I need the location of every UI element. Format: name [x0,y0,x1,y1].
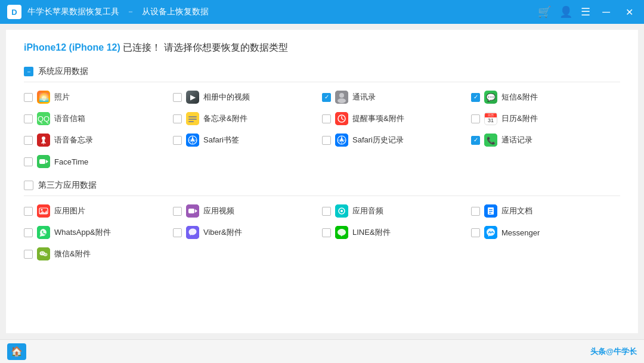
label-photos: 照片 [54,92,70,103]
icon-viber [186,226,199,239]
section-thirdparty: 第三方应用数据 应用图片 [24,180,620,260]
item-facetime: FaceTime [24,155,173,168]
system-section-checkbox[interactable]: － [24,67,33,76]
item-app-video: 应用视频 [173,204,322,218]
icon-app-photo [37,204,50,218]
icon-safari-bookmark [186,134,199,147]
item-viber: Viber&附件 [173,226,322,239]
icon-wechat [37,247,50,260]
svg-point-1 [339,93,344,98]
icon-contacts [335,91,348,104]
svg-rect-16 [41,142,46,144]
checkbox-contacts[interactable] [322,93,331,102]
svg-rect-8 [188,121,194,122]
thirdparty-section-checkbox[interactable] [24,181,33,190]
icon-app-audio [335,204,348,218]
window-controls: 🛒 👤 ☰ ─ ✕ [538,5,637,19]
item-voice-memo: 语音备忘录 [24,134,173,147]
checkbox-line[interactable] [322,228,331,237]
label-album-video: 相册中的视频 [203,92,250,103]
item-calendar: 日历 31 日历&附件 [471,112,620,125]
svg-point-42 [340,210,343,212]
app-window: D 牛学长苹果数据恢复工具 － 从设备上恢复数据 🛒 👤 ☰ ─ ✕ iPhon… [0,0,644,363]
icon-messenger [484,226,497,239]
checkbox-app-doc[interactable] [471,207,480,216]
label-line: LINE&附件 [352,227,391,238]
title-separator: － [126,7,135,16]
checkbox-wechat[interactable] [24,250,33,259]
checkbox-calendar[interactable] [471,114,480,123]
label-whatsapp: WhatsApp&附件 [54,227,111,238]
label-messages: 短信&附件 [501,92,538,103]
cart-icon[interactable]: 🛒 [538,5,551,18]
svg-rect-31 [39,159,45,164]
label-app-video: 应用视频 [203,206,234,216]
checkbox-voice-lib[interactable] [24,114,33,123]
label-facetime: FaceTime [54,157,88,166]
svg-point-14 [42,136,45,140]
label-phone: 通话记录 [501,135,532,145]
user-icon[interactable]: 👤 [559,5,572,18]
thirdparty-items-grid: 应用图片 应用视频 应用音频 [24,204,620,260]
checkbox-facetime[interactable] [24,157,33,166]
icon-messages: 💬 [484,91,497,104]
icon-app-video [186,204,199,218]
minimize-button[interactable]: ─ [599,5,614,18]
icon-notes [186,112,199,125]
svg-rect-45 [489,209,493,210]
label-messenger: Messenger [501,228,540,237]
title-text: 牛学长苹果数据恢复工具 － 从设备上恢复数据 [27,7,538,17]
icon-reminders [335,112,348,125]
system-section-header: － 系统应用数据 [24,66,620,82]
checkbox-whatsapp[interactable] [24,228,33,237]
item-messages: 💬 短信&附件 [471,91,620,104]
section-system: － 系统应用数据 🌅 照片 ▶ 相册中的视频 [24,66,620,168]
menu-icon[interactable]: ☰ [581,5,590,18]
icon-photos: 🌅 [37,91,50,104]
system-section-label: 系统应用数据 [38,66,88,77]
device-name: iPhone12 (iPhone 12) [24,42,120,52]
home-button[interactable]: 🏠 [7,343,26,360]
item-album-video: ▶ 相册中的视频 [173,91,322,104]
header-message: 已连接！ 请选择你想要恢复的数据类型 [123,42,287,52]
item-voice-lib: QQ 语音信箱 [24,112,173,125]
checkbox-app-audio[interactable] [322,207,331,216]
svg-rect-47 [489,213,491,213]
title-subtitle: 从设备上恢复数据 [142,7,209,16]
icon-app-doc [484,204,497,218]
item-app-photo: 应用图片 [24,204,173,218]
checkbox-app-video[interactable] [173,207,182,216]
label-reminders: 提醒事项&附件 [352,113,404,124]
label-voice-memo: 语音备忘录 [54,135,93,145]
item-notes: 备忘录&附件 [173,112,322,125]
checkbox-safari-history[interactable] [322,136,331,145]
checkbox-phone[interactable] [471,136,480,145]
checkbox-messenger[interactable] [471,228,480,237]
label-wechat: 微信&附件 [54,249,91,259]
label-calendar: 日历&附件 [501,113,538,124]
close-button[interactable]: ✕ [622,5,637,19]
checkbox-app-photo[interactable] [24,207,33,216]
checkbox-safari-bookmark[interactable] [173,136,182,145]
checkbox-voice-memo[interactable] [24,136,33,145]
icon-voice-memo [37,134,50,147]
icon-calendar: 日历 31 [484,112,497,125]
checkbox-album-video[interactable] [173,93,182,102]
checkbox-reminders[interactable] [322,114,331,123]
checkbox-notes[interactable] [173,114,182,123]
label-notes: 备忘录&附件 [203,113,247,124]
checkbox-photos[interactable] [24,93,33,102]
system-items-grid: 🌅 照片 ▶ 相册中的视频 通讯录 [24,91,620,168]
title-bar: D 牛学长苹果数据恢复工具 － 从设备上恢复数据 🛒 👤 ☰ ─ ✕ [0,0,644,24]
label-app-photo: 应用图片 [54,206,85,216]
label-app-audio: 应用音频 [352,206,383,216]
svg-rect-33 [37,204,50,218]
checkbox-viber[interactable] [173,228,182,237]
svg-rect-7 [188,119,197,120]
svg-point-55 [43,253,44,254]
page-header: iPhone12 (iPhone 12) 已连接！ 请选择你想要恢复的数据类型 [24,42,620,54]
svg-point-35 [41,209,43,211]
checkbox-messages[interactable] [471,93,480,102]
svg-rect-6 [188,116,197,117]
svg-point-54 [41,253,42,254]
